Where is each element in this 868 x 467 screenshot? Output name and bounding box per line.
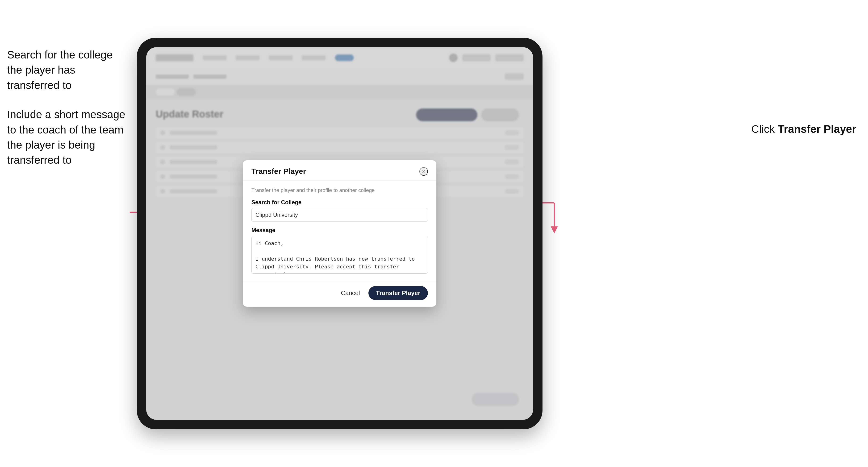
right-annotation-text: Click Transfer Player <box>751 123 856 135</box>
modal-footer: Cancel Transfer Player <box>243 281 436 307</box>
transfer-player-modal: Transfer Player × Transfer the player an… <box>243 160 436 307</box>
transfer-player-button[interactable]: Transfer Player <box>368 286 428 300</box>
message-label: Message <box>251 227 428 234</box>
modal-close-button[interactable]: × <box>420 167 428 176</box>
modal-description: Transfer the player and their profile to… <box>251 187 428 193</box>
modal-body: Transfer the player and their profile to… <box>243 181 436 281</box>
cancel-button[interactable]: Cancel <box>337 287 364 299</box>
modal-overlay: Transfer Player × Transfer the player an… <box>146 47 533 420</box>
modal-title: Transfer Player <box>251 167 306 176</box>
search-college-input[interactable] <box>251 208 428 222</box>
annotation-prefix: Click <box>751 123 778 135</box>
message-textarea[interactable] <box>251 236 428 274</box>
search-college-label: Search for College <box>251 199 428 206</box>
annotation-bold: Transfer Player <box>778 123 856 135</box>
annotation-text-2: Include a short message to the coach of … <box>7 107 130 168</box>
right-annotation: Click Transfer Player <box>751 123 856 135</box>
left-annotations: Search for the college the player has tr… <box>7 47 130 182</box>
svg-marker-4 <box>551 226 558 234</box>
tablet-device: Update Roster <box>137 38 542 429</box>
modal-header: Transfer Player × <box>243 160 436 181</box>
tablet-screen: Update Roster <box>146 47 533 420</box>
annotation-text-1: Search for the college the player has tr… <box>7 47 130 93</box>
